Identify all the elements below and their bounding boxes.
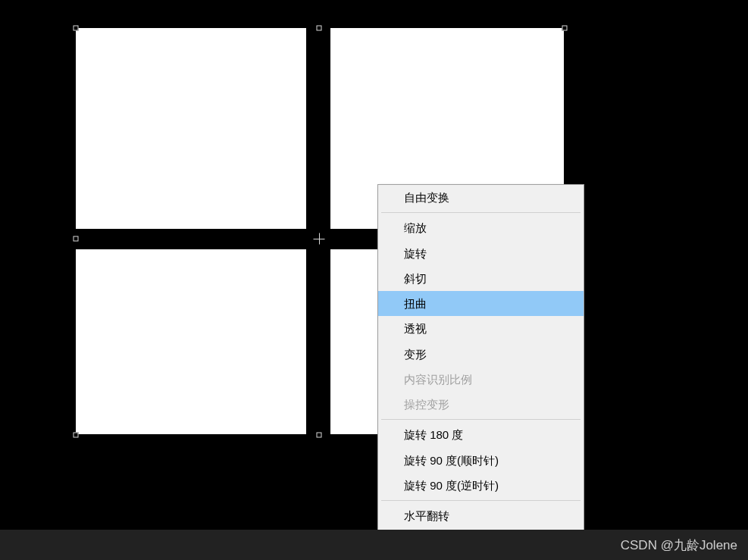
menu-item[interactable]: 缩放 <box>378 215 584 240</box>
menu-item[interactable]: 水平翻转 <box>378 503 584 528</box>
menu-item[interactable]: 透视 <box>378 316 584 341</box>
menu-item[interactable]: 旋转 90 度(逆时针) <box>378 473 584 498</box>
transform-center-handle[interactable] <box>314 233 325 245</box>
transform-handle[interactable] <box>317 26 322 31</box>
menu-item: 内容识别比例 <box>378 367 584 392</box>
menu-item[interactable]: 旋转 <box>378 241 584 266</box>
menu-item[interactable]: 斜切 <box>378 266 584 291</box>
transform-handle[interactable] <box>317 433 322 438</box>
menu-separator <box>381 212 581 213</box>
transform-handle[interactable] <box>74 26 79 31</box>
menu-item[interactable]: 旋转 180 度 <box>378 422 584 447</box>
menu-item[interactable]: 自由变换 <box>378 185 584 210</box>
menu-separator <box>381 419 581 420</box>
canvas-area[interactable] <box>0 0 748 530</box>
context-menu: 自由变换缩放旋转斜切扭曲透视变形内容识别比例操控变形旋转 180 度旋转 90 … <box>377 184 584 555</box>
transform-handle[interactable] <box>562 26 568 31</box>
watermark: CSDN @九龄Jolene <box>621 537 737 554</box>
slice-bottom-left[interactable] <box>76 249 306 434</box>
menu-item: 操控变形 <box>378 392 584 417</box>
menu-item[interactable]: 扭曲 <box>378 291 584 316</box>
transform-handle[interactable] <box>74 433 79 438</box>
menu-separator <box>381 500 581 501</box>
menu-item[interactable]: 旋转 90 度(顺时针) <box>378 448 584 473</box>
menu-item[interactable]: 变形 <box>378 342 584 367</box>
slice-top-left[interactable] <box>76 28 306 229</box>
transform-handle[interactable] <box>74 236 79 242</box>
